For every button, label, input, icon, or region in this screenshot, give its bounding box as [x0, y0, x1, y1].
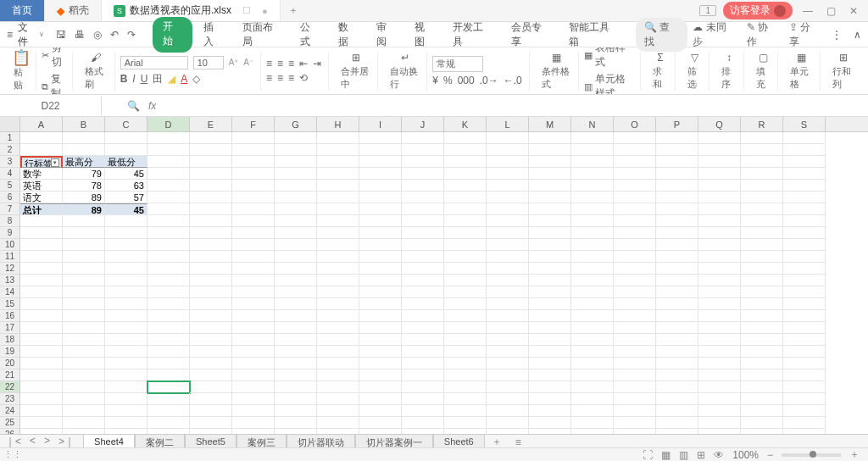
cell-F17[interactable]	[232, 322, 275, 334]
cell-J6[interactable]	[402, 192, 444, 203]
cell-D19[interactable]	[147, 346, 190, 358]
cell-L7[interactable]	[487, 203, 529, 215]
cell-I20[interactable]	[359, 358, 402, 369]
cell-I8[interactable]	[359, 215, 402, 227]
cell-Q17[interactable]	[698, 322, 741, 334]
cell-M17[interactable]	[529, 322, 571, 334]
cell-S21[interactable]	[783, 369, 826, 381]
cell-M8[interactable]	[529, 215, 571, 227]
cell-Q23[interactable]	[698, 393, 741, 405]
increase-font-icon[interactable]: A⁺	[229, 58, 239, 67]
sum-button[interactable]: Σ求和	[646, 52, 676, 91]
cell-S16[interactable]	[783, 310, 826, 322]
share-button[interactable]: ⇪ 分享	[789, 20, 820, 49]
cell-A18[interactable]	[20, 334, 63, 346]
cell-E23[interactable]	[190, 393, 232, 405]
cell-P18[interactable]	[656, 334, 698, 346]
cell-G20[interactable]	[275, 358, 317, 369]
cell-Q22[interactable]	[698, 381, 741, 393]
cell-I4[interactable]	[359, 168, 402, 180]
cell-H21[interactable]	[317, 369, 359, 381]
cell-K25[interactable]	[444, 417, 487, 429]
cell-N6[interactable]	[571, 192, 614, 203]
cell-C8[interactable]	[105, 215, 147, 227]
cell-P1[interactable]	[656, 132, 698, 144]
cell-S17[interactable]	[783, 322, 826, 334]
cell-A22[interactable]	[20, 381, 63, 393]
col-header-R[interactable]: R	[741, 117, 783, 131]
row-header[interactable]: 23	[0, 393, 20, 405]
cell-P12[interactable]	[656, 263, 698, 275]
cell-J1[interactable]	[402, 132, 444, 144]
table-style-button[interactable]: ▦ 表格样式	[584, 47, 633, 69]
cell-A13[interactable]	[20, 275, 63, 286]
cell-R10[interactable]	[741, 239, 783, 251]
cell-O11[interactable]	[614, 251, 656, 263]
align-middle-icon[interactable]: ≡	[277, 58, 283, 69]
cell-G25[interactable]	[275, 417, 317, 429]
italic-button[interactable]: I	[132, 73, 135, 85]
cell-H11[interactable]	[317, 251, 359, 263]
select-all-corner[interactable]	[0, 117, 20, 131]
cell-P14[interactable]	[656, 286, 698, 298]
cell-A17[interactable]	[20, 322, 63, 334]
cell-Q25[interactable]	[698, 417, 741, 429]
cell-J23[interactable]	[402, 393, 444, 405]
paste-icon[interactable]: 📋	[14, 51, 28, 64]
font-color-button[interactable]: A	[181, 73, 187, 85]
cell-F21[interactable]	[232, 369, 275, 381]
hamburger-icon[interactable]: ≡	[7, 29, 13, 41]
cell-B15[interactable]	[63, 298, 105, 310]
collab-button[interactable]: ✎ 协作	[747, 20, 777, 49]
cell-G2[interactable]	[275, 144, 317, 156]
cell-B22[interactable]	[63, 381, 105, 393]
cell-K17[interactable]	[444, 322, 487, 334]
cell-J19[interactable]	[402, 346, 444, 358]
star-icon[interactable]: ☐	[242, 5, 251, 16]
cell-C6[interactable]: 57	[105, 192, 147, 203]
cell-B20[interactable]	[63, 358, 105, 369]
cell-R9[interactable]	[741, 227, 783, 239]
cell-S14[interactable]	[783, 286, 826, 298]
align-bottom-icon[interactable]: ≡	[288, 58, 294, 69]
window-count-badge[interactable]: 1	[699, 5, 716, 16]
cell-B17[interactable]	[63, 322, 105, 334]
align-top-icon[interactable]: ≡	[266, 58, 272, 69]
cell-N25[interactable]	[571, 417, 614, 429]
cell-I11[interactable]	[359, 251, 402, 263]
cell-A14[interactable]	[20, 286, 63, 298]
cell-C16[interactable]	[105, 310, 147, 322]
cell-L4[interactable]	[487, 168, 529, 180]
cell-O23[interactable]	[614, 393, 656, 405]
font-select[interactable]: Arial	[120, 56, 188, 69]
cell-O9[interactable]	[614, 227, 656, 239]
cell-H15[interactable]	[317, 298, 359, 310]
guest-login-button[interactable]: 访客登录	[723, 2, 793, 19]
cell-N2[interactable]	[571, 144, 614, 156]
cell-G13[interactable]	[275, 275, 317, 286]
cell-K5[interactable]	[444, 180, 487, 192]
cell-O2[interactable]	[614, 144, 656, 156]
menu-tab-5[interactable]: 审阅	[369, 17, 403, 53]
name-box[interactable]: D22	[0, 97, 102, 115]
cell-R2[interactable]	[741, 144, 783, 156]
cell-J21[interactable]	[402, 369, 444, 381]
cell-J5[interactable]	[402, 180, 444, 192]
cell-D18[interactable]	[147, 334, 190, 346]
col-header-N[interactable]: N	[571, 117, 614, 131]
col-header-M[interactable]: M	[529, 117, 571, 131]
cell-D11[interactable]	[147, 251, 190, 263]
cell-G19[interactable]	[275, 346, 317, 358]
save-icon[interactable]: 🖫	[56, 29, 66, 41]
cell-E7[interactable]	[190, 203, 232, 215]
cell-Q5[interactable]	[698, 180, 741, 192]
cell-H5[interactable]	[317, 180, 359, 192]
cell-N8[interactable]	[571, 215, 614, 227]
cell-P24[interactable]	[656, 405, 698, 417]
cell-N23[interactable]	[571, 393, 614, 405]
cell-F23[interactable]	[232, 393, 275, 405]
cell-R20[interactable]	[741, 358, 783, 369]
row-header[interactable]: 2	[0, 144, 20, 156]
cell-Q10[interactable]	[698, 239, 741, 251]
cell-K22[interactable]	[444, 381, 487, 393]
